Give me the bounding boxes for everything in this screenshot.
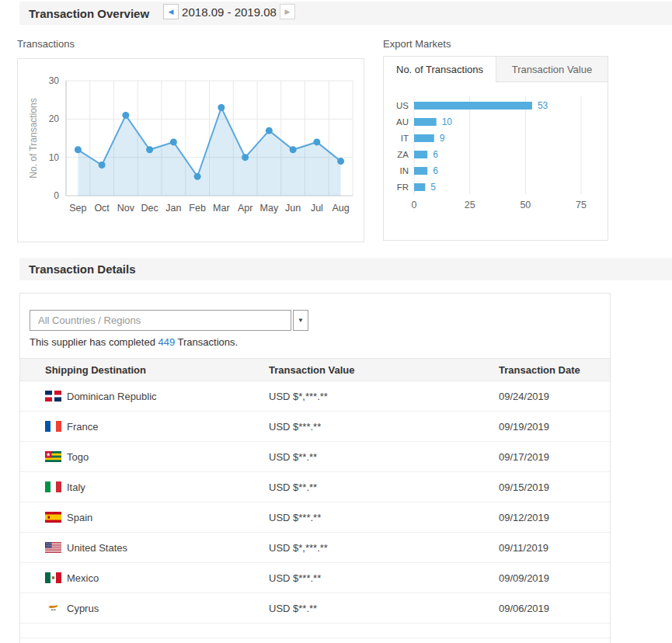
svg-text:Nov: Nov — [117, 203, 135, 214]
transaction-date-cell: 09/09/2019 — [499, 572, 610, 584]
date-range-nav: ◀ 2018.09 - 2019.08 ▶ — [163, 4, 295, 19]
svg-text:30: 30 — [49, 75, 60, 86]
tab-no-of-transactions[interactable]: No. of Transactions — [384, 57, 496, 82]
transaction-date-cell: 09/15/2019 — [499, 481, 610, 493]
table-row: CyprusUSD $**.**09/06/2019 — [20, 593, 610, 624]
transaction-value-cell: USD $***.** — [269, 512, 499, 523]
shipping-destination-cell: United States — [45, 542, 269, 554]
shipping-destination-cell: France — [45, 421, 269, 433]
svg-text:Apr: Apr — [238, 203, 252, 214]
svg-text:6: 6 — [433, 149, 438, 160]
col-transaction-value: Transaction Value — [269, 364, 499, 376]
transaction-details-panel: All Countries / Regions ▼ This supplier … — [19, 293, 611, 643]
transactions-line-chart-panel: 0102030SepOctNovDecJanFebMarAprMayJunJul… — [17, 58, 364, 242]
transaction-count: 449 — [158, 336, 175, 348]
table-row: TogoUSD $**.**09/17/2019 — [20, 442, 610, 472]
mx-flag-icon — [45, 572, 61, 583]
svg-text:Jan: Jan — [165, 203, 181, 214]
transaction-value-cell: USD $*,***.** — [269, 391, 499, 402]
table-header-row: Shipping Destination Transaction Value T… — [20, 358, 610, 381]
svg-text:FR: FR — [397, 182, 409, 192]
next-period-button[interactable]: ▶ — [280, 4, 295, 19]
export-markets-bar-chart: 0255075US53AU10IT9ZA6IN6FR5 — [384, 82, 608, 240]
transaction-date-cell: 09/17/2019 — [499, 451, 610, 463]
transaction-value-cell: USD $**.** — [269, 481, 499, 493]
svg-text:Oct: Oct — [94, 203, 110, 214]
table-row: United StatesUSD $*,***.**09/11/2019 — [20, 533, 610, 563]
left-arrow-icon: ◀ — [169, 8, 174, 16]
tab-transaction-value[interactable]: Transaction Value — [496, 57, 608, 82]
country-filter-dropdown-button[interactable]: ▼ — [293, 310, 308, 331]
supplier-summary-suffix: Transactions. — [175, 336, 238, 348]
page-title: Transaction Overview — [19, 7, 149, 20]
table-row: SpainUSD $***.**09/12/2019 — [20, 502, 610, 533]
cy-flag-icon — [45, 603, 61, 613]
country-name: Cyprus — [67, 603, 99, 614]
svg-text:10: 10 — [442, 116, 453, 127]
transaction-date-cell: 09/19/2019 — [499, 421, 610, 433]
date-range-label: 2018.09 - 2019.08 — [179, 5, 280, 19]
svg-text:May: May — [260, 203, 279, 214]
svg-text:5: 5 — [430, 182, 436, 193]
transaction-value-cell: USD $***.** — [269, 421, 499, 433]
svg-text:Feb: Feb — [189, 203, 206, 214]
table-empty-row — [20, 624, 610, 638]
transaction-value-cell: USD $**.** — [269, 603, 499, 614]
details-title: Transaction Details — [19, 262, 136, 276]
transaction-date-cell: 09/11/2019 — [499, 542, 610, 554]
svg-text:20: 20 — [49, 113, 60, 124]
export-markets-label: Export Markets — [383, 38, 451, 50]
country-name: Dominican Republic — [67, 391, 157, 402]
transaction-value-cell: USD $***.** — [269, 572, 499, 584]
transactions-line-chart: 0102030SepOctNovDecJanFebMarAprMayJunJul… — [18, 59, 364, 242]
shipping-destination-cell: Mexico — [45, 572, 269, 584]
table-body: Dominican RepublicUSD $*,***.**09/24/201… — [20, 381, 610, 624]
tg-flag-icon — [45, 451, 61, 462]
country-name: Spain — [67, 512, 92, 523]
svg-text:Jun: Jun — [285, 203, 301, 214]
supplier-summary: This supplier has completed 449 Transact… — [30, 336, 610, 348]
svg-text:No. of Transactions: No. of Transactions — [28, 98, 39, 178]
right-arrow-icon: ▶ — [285, 8, 291, 16]
country-name: Italy — [67, 481, 85, 493]
svg-text:Sep: Sep — [69, 203, 86, 214]
svg-text:50: 50 — [520, 200, 531, 210]
svg-text:Aug: Aug — [333, 203, 350, 214]
svg-text:ZA: ZA — [397, 150, 409, 159]
prev-period-button[interactable]: ◀ — [163, 4, 179, 19]
shipping-destination-cell: Spain — [45, 512, 269, 523]
us-flag-icon — [45, 542, 61, 553]
transactions-table: Shipping Destination Transaction Value T… — [20, 358, 610, 638]
overview-header-bar: Transaction Overview — [19, 2, 672, 25]
country-name: Togo — [67, 451, 89, 463]
svg-text:Jul: Jul — [311, 203, 323, 214]
svg-text:53: 53 — [538, 100, 548, 111]
svg-text:IT: IT — [401, 134, 409, 143]
svg-text:IN: IN — [400, 166, 409, 176]
fr-flag-icon — [45, 421, 61, 432]
table-row: MexicoUSD $***.**09/09/2019 — [20, 563, 610, 593]
svg-text:US: US — [396, 101, 409, 110]
country-name: United States — [67, 542, 127, 554]
supplier-summary-prefix: This supplier has completed — [30, 336, 158, 348]
transaction-date-cell: 09/24/2019 — [499, 391, 610, 402]
table-row: Dominican RepublicUSD $*,***.**09/24/201… — [20, 381, 610, 412]
svg-text:0: 0 — [54, 190, 59, 201]
es-flag-icon — [45, 512, 61, 523]
shipping-destination-cell: Italy — [45, 481, 269, 493]
shipping-destination-cell: Cyprus — [45, 603, 269, 614]
table-row: ItalyUSD $**.**09/15/2019 — [20, 472, 610, 502]
country-name: Mexico — [67, 572, 99, 584]
country-filter-select[interactable]: All Countries / Regions — [30, 310, 291, 331]
col-transaction-date: Transaction Date — [499, 364, 610, 376]
svg-text:75: 75 — [576, 200, 587, 210]
export-markets-tabs: No. of Transactions Transaction Value — [384, 57, 608, 82]
country-filter: All Countries / Regions ▼ — [30, 310, 610, 331]
col-shipping-destination: Shipping Destination — [45, 364, 269, 376]
svg-text:Dec: Dec — [141, 203, 158, 214]
svg-text:Mar: Mar — [213, 203, 230, 214]
it-flag-icon — [45, 481, 61, 492]
shipping-destination-cell: Dominican Republic — [45, 391, 269, 402]
transaction-value-cell: USD $*,***.** — [269, 542, 499, 554]
svg-text:10: 10 — [49, 152, 60, 163]
